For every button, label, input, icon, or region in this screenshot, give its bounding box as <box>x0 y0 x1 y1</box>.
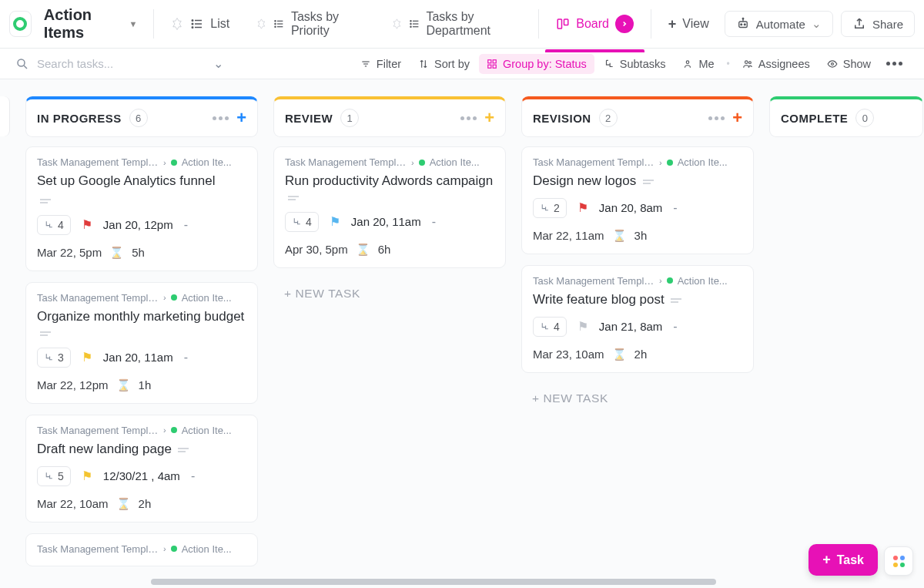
show-button[interactable]: Show <box>819 54 879 74</box>
task-card[interactable]: Task Management Templat... › Action Ite.… <box>521 265 754 373</box>
crumb-parent[interactable]: Task Management Templat... <box>37 292 159 304</box>
more-options-button[interactable] <box>880 57 909 70</box>
date-dash: - <box>184 218 188 232</box>
view-tab-list[interactable]: List <box>159 11 240 37</box>
subtask-badge[interactable]: 2 <box>533 198 567 218</box>
board-icon <box>556 17 570 31</box>
collapsed-column[interactable] <box>0 96 10 136</box>
task-card[interactable]: Task Management Templat... › Action Ite.… <box>25 146 258 271</box>
priority-flag-icon[interactable]: ⚑ <box>82 469 92 483</box>
crumb-child[interactable]: Action Ite... <box>182 425 232 436</box>
subtask-badge[interactable]: 5 <box>37 466 71 486</box>
description-icon <box>643 180 654 184</box>
description-icon <box>671 298 681 303</box>
svg-point-36 <box>748 61 751 63</box>
priority-flag-icon[interactable]: ⚑ <box>82 350 92 365</box>
task-card[interactable]: Task Management Templat... › Action Ite.… <box>25 282 258 404</box>
search-field[interactable]: ⌄ <box>15 56 223 71</box>
chevron-down-icon[interactable]: ⌄ <box>213 56 223 71</box>
description-icon <box>40 331 51 336</box>
column-add-button[interactable]: + <box>236 109 246 126</box>
svg-rect-19 <box>564 19 568 25</box>
hourglass-icon: ⌛ <box>612 229 627 243</box>
page-title[interactable]: Action Items <box>44 6 122 42</box>
start-date: Jan 20, 8am <box>599 201 663 214</box>
crumb-parent[interactable]: Task Management Templat... <box>285 156 407 168</box>
chevron-right-icon: › <box>163 293 166 302</box>
pin-icon <box>391 17 403 31</box>
crumb-child[interactable]: Action Ite... <box>678 156 728 168</box>
crumb-child[interactable]: Action Ite... <box>678 275 728 287</box>
group-by-button[interactable]: Group by: Status <box>479 54 594 74</box>
people-icon <box>742 59 753 69</box>
crumb-parent[interactable]: Task Management Templat... <box>37 156 159 168</box>
title-dropdown-icon[interactable]: ▼ <box>129 19 138 29</box>
task-card[interactable]: Task Management Templat... › Action Ite.… <box>25 415 258 522</box>
apps-button[interactable] <box>884 546 913 576</box>
priority-flag-icon[interactable]: ⚑ <box>82 217 92 232</box>
sort-button[interactable]: Sort by <box>410 54 477 74</box>
column-menu-button[interactable] <box>708 116 725 120</box>
column-header[interactable]: IN PROGRESS 6 + <box>25 96 258 137</box>
new-task-button[interactable]: + NEW TASK <box>521 384 754 413</box>
automate-button[interactable]: Automate ⌄ <box>725 11 833 37</box>
subtask-icon <box>540 321 550 331</box>
svg-point-16 <box>410 23 410 24</box>
task-card[interactable]: Task Management Templat... › Action Ite.… <box>273 146 506 268</box>
crumb-child[interactable]: Action Ite... <box>182 543 232 555</box>
subtasks-button[interactable]: Subtasks <box>596 54 674 74</box>
share-button[interactable]: Share <box>841 11 915 37</box>
svg-point-5 <box>192 27 194 29</box>
crumb-child[interactable]: Action Ite... <box>182 156 232 168</box>
column-header[interactable]: COMPLETE 0 <box>769 96 923 137</box>
svg-point-9 <box>275 21 276 22</box>
filter-button[interactable]: Filter <box>353 54 409 74</box>
person-icon <box>682 59 693 69</box>
divider <box>538 9 539 39</box>
search-input[interactable] <box>37 57 206 70</box>
task-card-partial[interactable]: Task Management Templat... › Action Ite.… <box>25 533 258 566</box>
crumb-parent[interactable]: Task Management Templat... <box>37 425 159 436</box>
crumb-parent[interactable]: Task Management Templat... <box>533 275 654 287</box>
add-view-button[interactable]: + View <box>658 10 720 39</box>
chevron-right-icon: › <box>659 276 662 285</box>
priority-flag-icon[interactable]: ⚑ <box>578 200 588 215</box>
view-tab-board[interactable]: Board <box>545 8 644 39</box>
horizontal-scrollbar[interactable] <box>151 579 716 585</box>
crumb-parent[interactable]: Task Management Templat... <box>533 156 654 168</box>
new-task-fab[interactable]: + Task <box>808 544 878 576</box>
filter-icon <box>360 59 371 69</box>
column-header[interactable]: REVIEW 1 + <box>273 96 506 137</box>
svg-line-26 <box>24 66 27 69</box>
crumb-parent[interactable]: Task Management Templat... <box>37 543 159 555</box>
app-logo[interactable] <box>9 11 32 37</box>
subtask-badge[interactable]: 4 <box>533 317 567 337</box>
automate-label: Automate <box>756 18 805 31</box>
column-add-button[interactable]: + <box>484 109 494 126</box>
column-add-button[interactable]: + <box>732 109 742 126</box>
column-menu-button[interactable] <box>213 116 229 120</box>
task-card[interactable]: Task Management Templat... › Action Ite.… <box>521 146 754 254</box>
subtask-badge[interactable]: 4 <box>285 212 319 232</box>
priority-flag-icon[interactable]: ⚑ <box>330 214 340 229</box>
svg-point-34 <box>687 60 690 63</box>
subtask-badge[interactable]: 4 <box>37 215 71 235</box>
description-icon <box>288 196 299 200</box>
view-tab-department[interactable]: Tasks by Department <box>380 4 533 44</box>
me-button[interactable]: Me <box>675 54 721 74</box>
crumb-child[interactable]: Action Ite... <box>182 292 232 304</box>
column-header[interactable]: REVISION 2 + <box>521 96 754 137</box>
board-expand-icon[interactable] <box>615 15 634 33</box>
column-menu-button[interactable] <box>460 116 477 120</box>
subtask-badge[interactable]: 3 <box>37 348 71 368</box>
new-task-button[interactable]: + NEW TASK <box>273 279 506 308</box>
svg-rect-31 <box>493 59 496 62</box>
assignees-button[interactable]: Assignees <box>735 54 818 74</box>
view-tab-priority[interactable]: Tasks by Priority <box>245 4 375 44</box>
subtask-count: 5 <box>58 470 64 482</box>
svg-rect-30 <box>488 59 491 62</box>
priority-flag-icon[interactable]: ⚑ <box>578 319 588 334</box>
crumb-child[interactable]: Action Ite... <box>430 156 480 168</box>
subtask-icon <box>44 220 54 230</box>
list-icon <box>273 17 285 31</box>
